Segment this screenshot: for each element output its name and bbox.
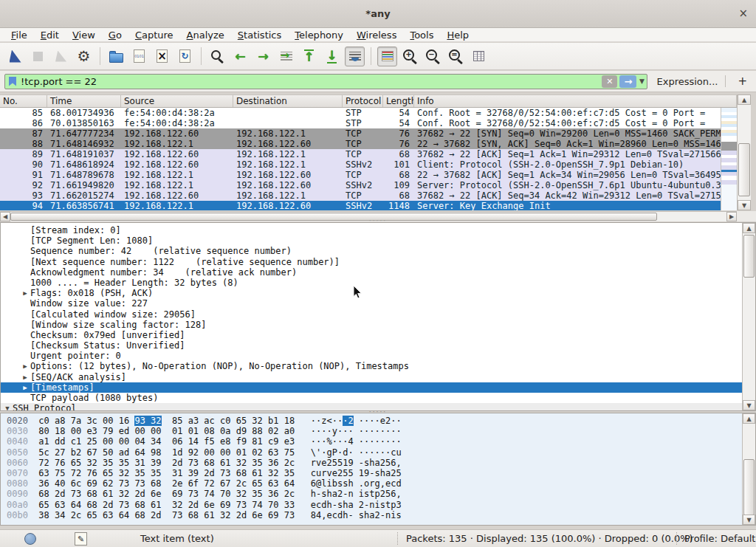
add-filter-button[interactable]: + [733,75,752,88]
zoom-out-button[interactable]: − [423,47,443,66]
detail-line-5[interactable]: 1000 .... = Header Length: 32 bytes (8) [1,278,755,288]
hex-row-00a0[interactable]: 00a0 65 63 64 68 2d 73 68 61 32 2d 6e 69… [1,500,755,510]
filter-history-caret-icon[interactable]: ▼ [636,75,647,88]
go-first-button[interactable]: ↑ [299,47,319,66]
menu-capture[interactable]: Capture [128,29,180,41]
menu-view[interactable]: View [66,29,102,41]
menu-help[interactable]: Help [440,29,475,41]
hex-row-00b0[interactable]: 00b0 38 34 2c 65 63 64 68 2d 73 68 61 32… [1,510,755,520]
start-capture-button[interactable] [5,47,25,66]
column-header-length[interactable]: Length [383,95,414,107]
scroll-thumb[interactable] [738,143,750,196]
detail-line-16[interactable]: TCP payload (1080 bytes) [1,393,755,403]
apply-filter-icon[interactable]: → [619,75,636,88]
collapsed-icon[interactable]: ▶ [20,288,30,298]
hex-row-0070[interactable]: 0070 63 75 72 76 65 32 35 35 31 39 2d 73… [1,468,755,478]
details-vscrollbar[interactable]: ▲ ▼ [742,223,755,410]
scroll-thumb[interactable] [743,459,755,515]
open-file-button[interactable] [106,47,126,66]
hex-row-0090[interactable]: 0090 68 2d 73 68 61 32 2d 6e 69 73 74 70… [1,489,755,499]
save-file-button[interactable] [129,47,149,66]
bookmark-icon[interactable] [9,77,16,86]
scroll-down-icon[interactable]: ▼ [743,515,755,525]
capture-options-button[interactable] [74,47,94,66]
menu-statistics[interactable]: Statistics [231,29,288,41]
menu-tools[interactable]: Tools [403,29,440,41]
menu-file[interactable]: File [4,29,34,41]
go-to-packet-button[interactable] [276,47,296,66]
detail-line-7[interactable]: Window size value: 227 [1,298,755,309]
expression-button[interactable]: Expression... [656,76,718,87]
display-filter-field[interactable]: ✕ → ▼ [4,74,647,89]
column-header-destination[interactable]: Destination [233,95,343,107]
menu-go[interactable]: Go [102,29,128,41]
detail-line-13[interactable]: ▶Options: (12 bytes), No-Operation (NOP)… [1,361,755,371]
detail-line-12[interactable]: Urgent pointer: 0 [1,351,755,361]
column-header-protocol[interactable]: Protocol [343,95,383,107]
column-header-source[interactable]: Source [121,95,233,107]
packet-row-93[interactable]: 9371.662015274192.168.122.60192.168.122.… [0,190,721,201]
menu-telephony[interactable]: Telephony [288,29,350,41]
colorize-button[interactable] [377,47,397,66]
collapsed-icon[interactable]: ▶ [20,382,30,393]
detail-line-1[interactable]: [TCP Segment Len: 1080] [1,235,755,246]
display-filter-input[interactable] [21,76,602,87]
packet-row-88[interactable]: 8871.648146932192.168.122.1192.168.122.6… [0,139,721,149]
detail-line-3[interactable]: [Next sequence number: 1122 (relative se… [1,257,755,267]
packet-row-89[interactable]: 8971.648191037192.168.122.60192.168.122.… [0,149,721,159]
scroll-thumb[interactable] [743,235,755,278]
packet-row-92[interactable]: 9271.661949820192.168.122.1192.168.122.6… [0,180,721,190]
packet-row-87[interactable]: 8771.647777234192.168.122.60192.168.122.… [0,128,721,139]
expert-info-icon[interactable] [24,533,36,545]
reload-file-button[interactable] [175,47,195,66]
detail-line-8[interactable]: [Calculated window size: 29056] [1,309,755,320]
stop-capture-button[interactable] [28,47,48,66]
auto-scroll-button[interactable] [345,47,365,66]
detail-line-2[interactable]: Sequence number: 42 (relative sequence n… [1,246,755,256]
close-icon[interactable]: × [738,7,748,19]
detail-line-9[interactable]: [Window size scaling factor: 128] [1,320,755,330]
hex-row-0020[interactable]: 0020 c0 a8 7a 3c 00 16 93 32 85 a3 ac c0… [1,416,755,426]
scroll-down-icon[interactable]: ▼ [738,200,751,210]
go-forward-button[interactable]: → [253,47,273,66]
detail-line-14[interactable]: ▶[SEQ/ACK analysis] [1,372,755,382]
restart-capture-button[interactable] [51,47,71,66]
detail-line-0[interactable]: [Stream index: 0] [1,225,755,235]
detail-line-10[interactable]: Checksum: 0x79ed [unverified] [1,330,755,340]
go-last-button[interactable]: ↓ [322,47,342,66]
scroll-up-icon[interactable]: ▲ [743,413,755,424]
packet-row-90[interactable]: 9071.648618924192.168.122.60192.168.122.… [0,159,721,170]
scroll-up-icon[interactable]: ▲ [743,223,755,233]
detail-line-15[interactable]: ▶[Timestamps] [1,382,755,393]
hex-row-0040[interactable]: 0040 a1 dd c1 25 00 00 04 34 06 14 f5 e8… [1,436,755,447]
column-header-no[interactable]: No. [0,95,47,107]
packet-list-vscrollbar[interactable]: ▲ ▼ [737,94,751,210]
collapsed-icon[interactable]: ▶ [20,361,30,371]
bytes-vscrollbar[interactable]: ▲ ▼ [742,413,755,525]
capture-comment-icon[interactable]: ✎ [75,532,87,546]
packet-row-85[interactable]: 8568.001734936fe:54:00:d4:38:2aSTP54Conf… [0,108,721,118]
find-packet-button[interactable] [207,47,227,66]
packet-row-91[interactable]: 9171.648789678192.168.122.1192.168.122.6… [0,170,721,180]
hex-row-0060[interactable]: 0060 72 76 65 32 35 35 31 39 2d 73 68 61… [1,458,755,468]
hex-row-0080[interactable]: 0080 36 40 6c 69 62 73 73 68 2e 6f 72 67… [1,478,755,489]
zoom-reset-button[interactable]: = [446,47,466,66]
menu-wireless[interactable]: Wireless [350,29,403,41]
scroll-down-icon[interactable]: ▼ [743,400,755,410]
go-back-button[interactable]: ← [230,47,250,66]
detail-line-4[interactable]: Acknowledgment number: 34 (relative ack … [1,267,755,278]
hex-row-0030[interactable]: 0030 80 18 00 e3 79 ed 00 00 01 01 08 0a… [1,426,755,436]
packet-list-minimap[interactable] [721,108,737,210]
menu-analyze[interactable]: Analyze [180,29,231,41]
column-header-time[interactable]: Time [47,95,121,107]
close-file-button[interactable] [152,47,172,66]
column-header-info[interactable]: Info [414,95,737,107]
menu-edit[interactable]: Edit [34,29,66,41]
hex-row-0050[interactable]: 0050 5c 27 b2 67 50 ad 64 98 1d 92 00 00… [1,447,755,458]
detail-line-11[interactable]: [Checksum Status: Unverified] [1,340,755,351]
profile-button[interactable]: Profile: Default [684,533,755,544]
zoom-in-button[interactable]: + [400,47,420,66]
scroll-up-icon[interactable]: ▲ [738,94,751,105]
resize-columns-button[interactable] [469,47,489,66]
packet-row-94[interactable]: 9471.663856741192.168.122.1192.168.122.6… [0,201,721,210]
